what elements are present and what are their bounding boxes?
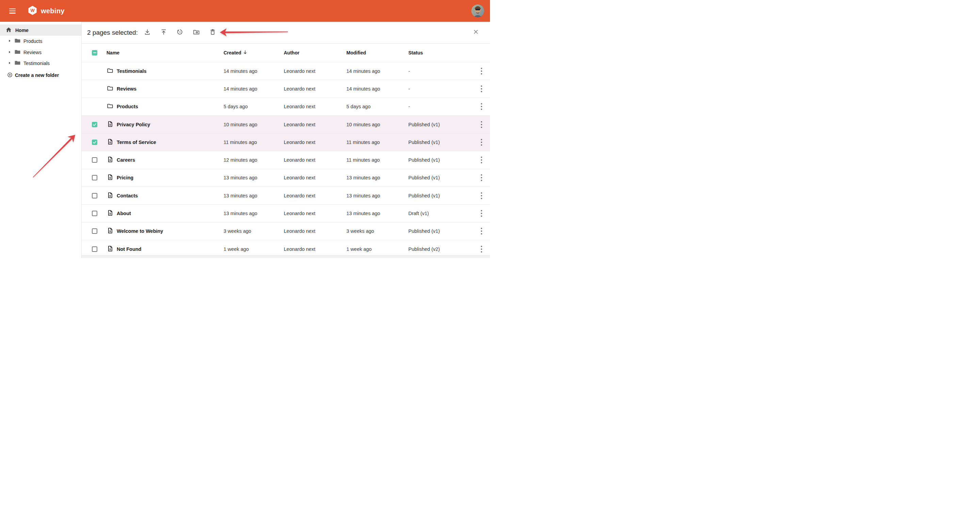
row-created: 13 minutes ago (224, 193, 284, 198)
row-actions-menu-button[interactable] (479, 191, 484, 200)
row-checkbox[interactable] (92, 175, 97, 180)
table-row[interactable]: Products 5 days ago Leonardo next 5 days… (82, 98, 490, 116)
restore-pages-button[interactable] (175, 28, 185, 37)
restore-icon (176, 28, 184, 37)
sidebar-home-label: Home (15, 27, 29, 33)
row-author: Leonardo next (284, 86, 347, 92)
folder-icon (14, 49, 21, 56)
table-bottom-edge (82, 255, 490, 258)
folder-tree-sidebar: Home Products Reviews (0, 22, 82, 258)
caret-right-icon[interactable] (8, 50, 11, 55)
selection-toolbar: 2 pages selected: (82, 22, 490, 43)
row-created: 13 minutes ago (224, 211, 284, 216)
row-checkbox[interactable] (92, 228, 97, 234)
row-name: Privacy Policy (117, 122, 224, 127)
home-icon (5, 27, 12, 34)
row-actions-menu-button[interactable] (479, 209, 484, 218)
move-to-folder-icon (192, 28, 200, 37)
row-checkbox[interactable] (92, 247, 97, 252)
folder-icon (14, 37, 21, 45)
row-checkbox[interactable] (92, 140, 97, 145)
row-name: Testimonials (117, 68, 224, 74)
hamburger-menu-button[interactable] (9, 8, 16, 14)
page-list-panel: 2 pages selected: (82, 22, 490, 258)
row-checkbox[interactable] (92, 211, 97, 216)
app-header: W webiny (0, 0, 490, 22)
row-checkbox[interactable] (92, 122, 97, 127)
row-modified: 14 minutes ago (347, 86, 408, 92)
folder-icon (107, 85, 113, 92)
row-name: Careers (117, 157, 224, 163)
row-actions-menu-button[interactable] (479, 156, 484, 164)
caret-right-icon[interactable] (8, 38, 11, 44)
webiny-logo[interactable]: W webiny (28, 6, 65, 16)
table-body: Testimonials 14 minutes ago Leonardo nex… (82, 62, 490, 258)
table-row[interactable]: About 13 minutes ago Leonardo next 13 mi… (82, 205, 490, 222)
column-header-modified[interactable]: Modified (347, 50, 408, 56)
page-document-icon (107, 121, 113, 128)
sidebar-folder-products[interactable]: Products (0, 36, 81, 47)
close-icon (473, 29, 479, 37)
row-created: 13 minutes ago (224, 175, 284, 180)
row-name: Not Found (117, 247, 224, 252)
row-author: Leonardo next (284, 68, 347, 74)
delete-pages-button[interactable] (208, 28, 218, 37)
row-actions-menu-button[interactable] (479, 138, 484, 147)
row-author: Leonardo next (284, 193, 347, 198)
row-author: Leonardo next (284, 122, 347, 127)
table-row[interactable]: Reviews 14 minutes ago Leonardo next 14 … (82, 80, 490, 98)
row-actions-menu-button[interactable] (479, 67, 484, 76)
sidebar-folder-reviews[interactable]: Reviews (0, 47, 81, 58)
row-actions-menu-button[interactable] (479, 120, 484, 129)
row-actions-menu-button[interactable] (479, 227, 484, 236)
row-name: Reviews (117, 86, 224, 92)
caret-right-icon[interactable] (8, 61, 11, 66)
row-status: - (408, 68, 473, 74)
table-row[interactable]: Contacts 13 minutes ago Leonardo next 13… (82, 187, 490, 205)
row-actions-menu-button[interactable] (479, 84, 484, 93)
create-folder-button[interactable]: Create a new folder (0, 72, 81, 79)
table-row[interactable]: Privacy Policy 10 minutes ago Leonardo n… (82, 116, 490, 134)
row-modified: 13 minutes ago (347, 211, 408, 216)
column-header-author[interactable]: Author (284, 50, 347, 56)
row-checkbox[interactable] (92, 193, 97, 198)
move-pages-button[interactable] (192, 28, 201, 37)
publish-pages-button[interactable] (159, 28, 169, 37)
row-author: Leonardo next (284, 104, 347, 109)
row-status: - (408, 86, 473, 92)
brand-wordmark: webiny (41, 8, 65, 14)
table-row[interactable]: Testimonials 14 minutes ago Leonardo nex… (82, 62, 490, 80)
row-checkbox[interactable] (92, 157, 97, 163)
page-document-icon (107, 174, 113, 182)
table-row[interactable]: Pricing 13 minutes ago Leonardo next 13 … (82, 169, 490, 187)
sort-desc-arrow-icon (242, 49, 248, 56)
user-avatar[interactable] (471, 5, 484, 18)
row-created: 10 minutes ago (224, 122, 284, 127)
trash-icon (209, 28, 216, 37)
close-selection-button[interactable] (472, 29, 480, 37)
row-author: Leonardo next (284, 247, 347, 252)
table-row[interactable]: Terms of Service 11 minutes ago Leonardo… (82, 134, 490, 151)
row-modified: 13 minutes ago (347, 193, 408, 198)
sidebar-item-home[interactable]: Home (0, 24, 81, 36)
select-all-checkbox[interactable] (92, 50, 97, 56)
row-status: Published (v1) (408, 175, 473, 180)
row-actions-menu-button[interactable] (479, 245, 484, 253)
table-row[interactable]: Welcome to Webiny 3 weeks ago Leonardo n… (82, 223, 490, 240)
row-modified: 5 days ago (347, 104, 408, 109)
page-document-icon (107, 227, 113, 235)
row-modified: 11 minutes ago (347, 140, 408, 145)
table-row[interactable]: Careers 12 minutes ago Leonardo next 11 … (82, 151, 490, 169)
sidebar-folder-label: Testimonials (24, 61, 50, 66)
column-header-created[interactable]: Created (224, 49, 284, 56)
column-header-status[interactable]: Status (408, 50, 473, 56)
row-modified: 14 minutes ago (347, 68, 408, 74)
selection-actions (143, 28, 218, 37)
row-actions-menu-button[interactable] (479, 102, 484, 111)
column-header-name[interactable]: Name (97, 50, 224, 56)
export-pages-button[interactable] (143, 28, 152, 37)
folder-icon (14, 60, 21, 67)
row-actions-menu-button[interactable] (479, 173, 484, 182)
upload-icon (160, 28, 167, 37)
sidebar-folder-testimonials[interactable]: Testimonials (0, 58, 81, 69)
